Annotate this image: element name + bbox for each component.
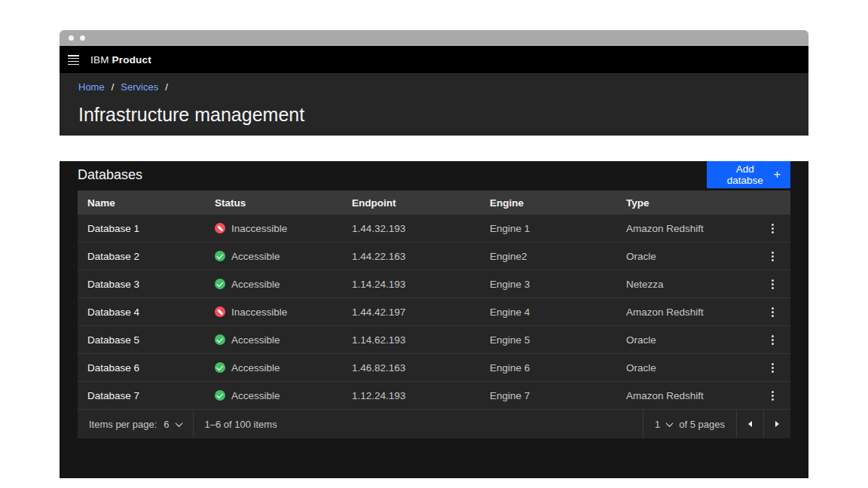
cell-engine: Engine2 bbox=[480, 251, 616, 262]
next-page-button[interactable] bbox=[763, 410, 790, 438]
cell-endpoint: 1.14.24.193 bbox=[342, 279, 480, 290]
column-header-status: Status bbox=[205, 197, 342, 209]
cell-type: Oracle bbox=[616, 251, 754, 262]
main-content: Databases Add databse + Name Status Endp… bbox=[60, 161, 808, 478]
cell-status: Inaccessible bbox=[205, 307, 342, 318]
cell-type: Amazon Redshift bbox=[616, 223, 754, 234]
page-number-value: 1 bbox=[655, 419, 660, 430]
pagination-range-text: 1–6 of 100 items bbox=[194, 419, 289, 430]
accessible-checkmark-icon bbox=[215, 279, 225, 289]
cell-endpoint: 1.44.22.163 bbox=[342, 251, 480, 262]
hamburger-menu-icon[interactable] bbox=[68, 55, 79, 65]
breadcrumb: Home / Services / bbox=[78, 81, 790, 93]
row-overflow-menu-button[interactable] bbox=[754, 354, 790, 381]
cell-endpoint: 1.14.62.193 bbox=[342, 334, 480, 346]
previous-page-button[interactable] bbox=[736, 410, 763, 438]
overflow-menu-vertical-icon bbox=[772, 279, 774, 289]
cell-name: Database 5 bbox=[78, 334, 205, 346]
overflow-menu-vertical-icon bbox=[772, 363, 774, 373]
cell-status-label: Accessible bbox=[231, 251, 280, 262]
pagination-controls: 1 of 5 pages bbox=[643, 410, 790, 438]
caret-left-icon bbox=[748, 421, 752, 427]
table-toolbar: Databases Add databse + bbox=[78, 161, 790, 188]
add-database-button-label: Add databse bbox=[717, 163, 774, 186]
add-database-button[interactable]: Add databse + bbox=[707, 161, 790, 188]
cell-name: Database 3 bbox=[78, 279, 205, 290]
brand-name: Product bbox=[112, 54, 151, 66]
items-per-page-select[interactable]: Items per page: 6 bbox=[78, 410, 194, 438]
page-header: Home / Services / Infrastructure managem… bbox=[60, 73, 808, 136]
table-row: Database 1 Inaccessible 1.44.32.193 Engi… bbox=[78, 215, 790, 242]
table-body: Database 1 Inaccessible 1.44.32.193 Engi… bbox=[78, 215, 790, 410]
cell-type: Amazon Redshift bbox=[616, 307, 754, 318]
breadcrumb-link-services[interactable]: Services bbox=[121, 81, 158, 93]
cell-engine: Engine 6 bbox=[480, 362, 616, 374]
product-header: IBM Product bbox=[60, 46, 808, 73]
cell-status: Accessible bbox=[205, 390, 342, 401]
cell-status-label: Accessible bbox=[231, 390, 280, 401]
brand: IBM Product bbox=[90, 54, 151, 66]
cell-engine: Engine 3 bbox=[480, 279, 616, 290]
cell-status-label: Inaccessible bbox=[231, 223, 287, 234]
overflow-menu-vertical-icon bbox=[772, 307, 774, 317]
window-control-dot[interactable] bbox=[69, 35, 74, 41]
overflow-menu-vertical-icon bbox=[772, 252, 774, 261]
row-overflow-menu-button[interactable] bbox=[754, 382, 790, 409]
breadcrumb-link-home[interactable]: Home bbox=[78, 81, 105, 93]
inaccessible-blocked-icon bbox=[215, 223, 225, 233]
cell-status: Inaccessible bbox=[205, 223, 342, 234]
table-row: Database 4 Inaccessible 1.44.42.197 Engi… bbox=[78, 298, 790, 326]
items-per-page-label: Items per page: bbox=[89, 419, 157, 430]
cell-name: Database 1 bbox=[78, 223, 205, 234]
table-row: Database 6 Accessible 1.46.82.163 Engine… bbox=[78, 354, 790, 382]
cell-engine: Engine 4 bbox=[480, 307, 616, 318]
plus-icon: + bbox=[774, 168, 781, 181]
cell-endpoint: 1.44.42.197 bbox=[342, 307, 480, 318]
cell-type: Amazon Redshift bbox=[616, 390, 754, 401]
row-overflow-menu-button[interactable] bbox=[754, 242, 790, 270]
window-titlebar bbox=[60, 30, 808, 46]
cell-endpoint: 1.44.32.193 bbox=[342, 223, 480, 234]
brand-prefix: IBM bbox=[90, 54, 109, 66]
overflow-menu-vertical-icon bbox=[772, 224, 774, 233]
cell-name: Database 2 bbox=[78, 251, 205, 262]
cell-status-label: Accessible bbox=[231, 334, 280, 346]
cell-engine: Engine 1 bbox=[480, 223, 616, 234]
row-overflow-menu-button[interactable] bbox=[754, 298, 790, 325]
cell-status: Accessible bbox=[205, 251, 342, 262]
table-row: Database 2 Accessible 1.44.22.163 Engine… bbox=[78, 242, 790, 270]
overflow-menu-vertical-icon bbox=[772, 391, 774, 401]
cell-type: Netezza bbox=[616, 279, 754, 290]
inaccessible-blocked-icon bbox=[215, 307, 225, 317]
page-title: Infrastructure management bbox=[78, 104, 790, 126]
items-per-page-value: 6 bbox=[164, 419, 169, 430]
column-header-endpoint: Endpoint bbox=[342, 197, 480, 209]
row-overflow-menu-button[interactable] bbox=[754, 215, 790, 242]
cell-engine: Engine 5 bbox=[480, 334, 616, 346]
accessible-checkmark-icon bbox=[215, 251, 225, 261]
cell-type: Oracle bbox=[616, 362, 754, 374]
page-number-select[interactable]: 1 of 5 pages bbox=[643, 410, 736, 438]
table-row: Database 7 Accessible 1.12.24.193 Engine… bbox=[78, 382, 790, 410]
row-overflow-menu-button[interactable] bbox=[754, 270, 790, 297]
column-header-name: Name bbox=[78, 197, 205, 209]
breadcrumb-separator: / bbox=[112, 81, 115, 93]
cell-endpoint: 1.12.24.193 bbox=[342, 390, 480, 401]
table-header-row: Name Status Endpoint Engine Type bbox=[78, 191, 790, 215]
pages-total-text: of 5 pages bbox=[679, 419, 725, 430]
cell-status: Accessible bbox=[205, 362, 342, 374]
column-header-type: Type bbox=[616, 197, 754, 209]
cell-endpoint: 1.46.82.163 bbox=[342, 362, 480, 374]
row-overflow-menu-button[interactable] bbox=[754, 326, 790, 353]
pagination-bar: Items per page: 6 1–6 of 100 items 1 of … bbox=[78, 410, 790, 438]
cell-engine: Engine 7 bbox=[480, 390, 616, 401]
column-header-engine: Engine bbox=[480, 197, 616, 209]
overflow-menu-vertical-icon bbox=[772, 335, 774, 345]
table-row: Database 5 Accessible 1.14.62.193 Engine… bbox=[78, 326, 790, 354]
accessible-checkmark-icon bbox=[215, 390, 225, 401]
cell-type: Oracle bbox=[616, 334, 754, 346]
chevron-down-icon bbox=[175, 419, 182, 427]
accessible-checkmark-icon bbox=[215, 334, 225, 345]
cell-status-label: Accessible bbox=[231, 279, 280, 290]
window-control-dot[interactable] bbox=[80, 35, 85, 41]
